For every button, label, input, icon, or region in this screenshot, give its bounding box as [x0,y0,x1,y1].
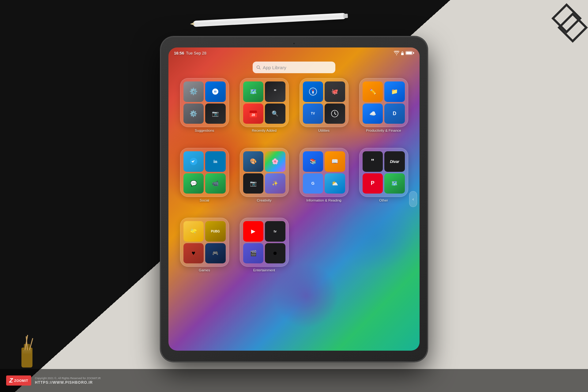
bottle-decoration [21,344,32,368]
folder-other-label: Other [379,198,388,202]
lock-icon [401,51,404,55]
zoomit-logo-box: Z ZOOMIT [6,375,31,386]
folder-games-label: Games [199,268,210,272]
ipad-device: 16:56 Tue Sep 28 [161,37,427,361]
svg-marker-9 [312,89,314,91]
folder-utilities[interactable]: 🐙 TV Utilities [297,78,351,142]
svg-point-8 [312,91,314,92]
folder-creativity-label: Creativity [257,198,272,202]
folder-entertainment[interactable]: ▶ tv 🎬 ⏺ Entertainment [237,218,291,282]
wifi-icon [394,51,399,55]
folder-recently-added-label: Recently Added [252,129,277,132]
folder-suggestions-label: Suggestions [195,129,214,132]
svg-marker-10 [312,92,314,94]
status-date: Tue Sep 28 [186,51,206,55]
search-bar-container[interactable]: App Library [253,62,335,73]
app-grid: ⚙️ ⚙️ 📷 Suggestions 🗺️ [179,78,409,282]
folder-information-label: Information & Reading [306,198,341,202]
status-right [394,51,414,55]
folder-suggestions[interactable]: ⚙️ ⚙️ 📷 Suggestions [178,78,231,142]
svg-line-2 [259,68,261,70]
bottom-bar: Z ZOOMIT Copyright 2021 ©, All Rights Re… [0,369,588,392]
folder-social-label: Social [200,198,209,202]
copyright-text: Copyright 2021 ©, All Rights Reserved fo… [35,377,101,380]
website-url: HTTPS://WWW.PISHBORO.IR [35,380,101,385]
folder-creativity[interactable]: 🎨 🌸 📷 ✨ Creativity [237,148,291,212]
svg-text:28: 28 [251,113,255,117]
svg-rect-5 [250,112,257,113]
status-time: 16:56 [174,51,184,55]
copyright-block: Copyright 2021 ©, All Rights Reserved fo… [35,377,101,385]
folder-information[interactable]: 📚 📖 G ⛅ Information & Reading [297,148,351,212]
search-bar-text: App Library [263,65,286,70]
folder-other[interactable]: " Divar P 🗺️ Other [357,148,410,212]
svg-rect-0 [401,53,404,55]
folder-productivity-label: Productivity & Finance [366,129,401,132]
ipad-screen: 16:56 Tue Sep 28 [168,47,420,351]
battery-icon [405,51,414,55]
zoomit-brand-name: ZOOMIT [14,379,28,383]
sidebar-chevron[interactable]: ‹ [409,191,417,207]
svg-line-13 [335,114,336,115]
z-icon: Z [9,377,13,384]
chevron-arrow: ‹ [413,197,414,202]
folder-games[interactable]: 🧽 PUBG ♥ 🎮 Games [178,218,231,282]
folder-utilities-label: Utilities [318,129,330,132]
folder-recently-added[interactable]: 🗺️ " 28 🔍 Recently Added [237,78,291,142]
folder-productivity[interactable]: ✏️ 📁 ☁️ D Productivity & Finance [357,78,410,142]
folder-social[interactable]: in 💬 📹 Social [178,148,231,212]
status-bar: 16:56 Tue Sep 28 [168,47,420,58]
status-left: 16:56 Tue Sep 28 [174,51,206,55]
folder-entertainment-label: Entertainment [253,268,275,272]
search-bar[interactable]: App Library [253,62,335,73]
search-icon [256,65,261,70]
geo-decoration [531,2,586,57]
